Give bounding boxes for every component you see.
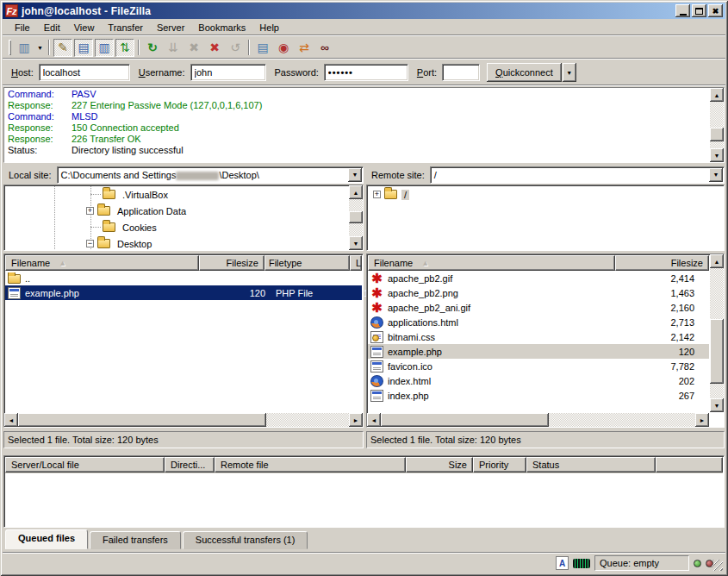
tree-item[interactable]: .VirtualBox: [5, 186, 362, 203]
column-header-direction[interactable]: Directi...: [165, 457, 215, 473]
site-manager-icon[interactable]: ▥: [15, 39, 34, 57]
column-header-filename[interactable]: Filename▲: [5, 255, 199, 271]
file-row[interactable]: index.php267: [368, 388, 709, 403]
tab-failed-transfers[interactable]: Failed transfers: [90, 531, 181, 549]
port-input[interactable]: [442, 64, 480, 81]
file-row[interactable]: favicon.ico7,782: [368, 359, 709, 373]
password-input[interactable]: [324, 64, 408, 81]
speed-limit-icon[interactable]: [573, 559, 590, 568]
tree-item[interactable]: + /: [368, 186, 723, 203]
scroll-up-icon[interactable]: ▲: [710, 254, 724, 268]
chevron-down-icon[interactable]: ▼: [709, 168, 723, 182]
tab-queued-files[interactable]: Queued files: [5, 529, 88, 549]
resize-grip[interactable]: [712, 560, 723, 571]
port-label: Port:: [417, 67, 437, 78]
column-header-priority[interactable]: Priority: [473, 457, 526, 473]
column-header-remote-file[interactable]: Remote file: [215, 457, 406, 473]
file-size: 2,713: [615, 317, 701, 328]
tree-item[interactable]: − Desktop: [5, 235, 362, 249]
column-header-filetype[interactable]: Filetype: [264, 255, 350, 271]
find-files-icon[interactable]: ∞: [315, 39, 334, 57]
log-line: Command:PASV: [8, 89, 710, 100]
column-header-server-local-file[interactable]: Server/Local file: [5, 457, 165, 473]
toggle-message-log-icon[interactable]: ✎: [53, 39, 72, 57]
local-site-combo[interactable]: C:\Documents and Settings\Desktop\ ▼: [57, 166, 364, 184]
expand-icon[interactable]: +: [86, 207, 94, 215]
file-row[interactable]: apache_pb2_ani.gif2,160: [368, 300, 709, 315]
file-row[interactable]: bitnami.css2,142: [368, 329, 709, 344]
remote-list-vscrollbar[interactable]: ▲ ▼: [710, 254, 724, 412]
column-header-last-modified[interactable]: L: [350, 255, 362, 271]
php-file-icon: [8, 287, 21, 299]
remote-list-hscrollbar[interactable]: ◄ ►: [367, 413, 709, 427]
toggle-local-tree-icon[interactable]: ▤: [74, 39, 93, 57]
toggle-remote-tree-icon[interactable]: ▥: [95, 39, 114, 57]
username-input[interactable]: [190, 64, 266, 81]
file-row[interactable]: applications.html2,713: [368, 315, 709, 329]
data-type-ascii-icon[interactable]: A: [556, 556, 569, 570]
file-row-selected[interactable]: example.php120: [368, 344, 709, 359]
chevron-down-icon[interactable]: ▼: [348, 168, 362, 182]
maximize-button[interactable]: [692, 4, 706, 17]
scrollbar-thumb[interactable]: [349, 211, 363, 223]
menu-bookmarks[interactable]: Bookmarks: [191, 21, 252, 34]
synchronized-browsing-icon[interactable]: ⇄: [295, 39, 314, 57]
quickconnect-button[interactable]: Quickconnect: [487, 63, 562, 82]
file-row[interactable]: apache_pb2.gif2,414: [368, 271, 709, 285]
remote-selection-status: Selected 1 file. Total size: 120 bytes: [366, 431, 725, 448]
scroll-down-icon[interactable]: ▼: [710, 398, 724, 412]
remote-site-combo[interactable]: / ▼: [430, 166, 725, 184]
menu-server[interactable]: Server: [150, 21, 191, 34]
file-row-selected[interactable]: example.php 120 PHP File 1: [5, 285, 362, 300]
scrollbar-thumb[interactable]: [710, 319, 724, 384]
column-header-filename[interactable]: Filename▲: [368, 255, 615, 271]
filezilla-window: Fz john@localhost - FileZilla ✖ File Edi…: [0, 0, 728, 576]
scroll-left-icon[interactable]: ◄: [4, 413, 18, 427]
scroll-up-icon[interactable]: ▲: [710, 88, 724, 102]
scroll-down-icon[interactable]: ▼: [710, 148, 724, 162]
refresh-icon[interactable]: ↻: [143, 39, 162, 57]
scroll-right-icon[interactable]: ►: [349, 413, 363, 427]
menu-file[interactable]: File: [8, 21, 37, 34]
directory-listing-filters-icon[interactable]: ▤: [253, 39, 272, 57]
tree-item-label: /: [401, 190, 409, 200]
scrollbar-thumb[interactable]: [18, 413, 266, 427]
column-header-spacer: [656, 457, 723, 473]
menu-edit[interactable]: Edit: [37, 21, 67, 34]
column-header-filesize[interactable]: Filesize: [615, 255, 709, 271]
tab-successful-transfers[interactable]: Successful transfers (1): [183, 531, 308, 549]
collapse-icon[interactable]: −: [86, 240, 94, 247]
scrollbar-thumb[interactable]: [381, 413, 549, 427]
file-size: 202: [615, 376, 701, 386]
file-row[interactable]: apache_pb2.png1,463: [368, 285, 709, 300]
title-bar[interactable]: Fz john@localhost - FileZilla ✖: [3, 3, 725, 19]
scroll-right-icon[interactable]: ►: [695, 413, 709, 427]
directory-comparison-icon[interactable]: ◉: [274, 39, 293, 57]
tree-item[interactable]: Cookies: [5, 219, 362, 235]
column-header-filesize[interactable]: Filesize: [199, 255, 264, 271]
scroll-up-icon[interactable]: ▲: [349, 185, 363, 199]
scroll-down-icon[interactable]: ▼: [349, 236, 363, 250]
local-tree-scrollbar[interactable]: ▲ ▼: [349, 185, 363, 250]
expand-icon[interactable]: +: [373, 191, 381, 198]
site-manager-dropdown-icon[interactable]: ▼: [34, 39, 46, 57]
menu-transfer[interactable]: Transfer: [101, 21, 150, 34]
menu-view[interactable]: View: [67, 21, 102, 34]
file-row[interactable]: index.html202: [368, 373, 709, 388]
quickconnect-bar: Host: Username: Password: Port: Quickcon…: [3, 60, 725, 85]
file-row[interactable]: ..: [5, 271, 362, 285]
tree-item[interactable]: + Application Data: [5, 203, 362, 219]
minimize-button[interactable]: [675, 4, 690, 17]
quickconnect-dropdown-icon[interactable]: ▼: [563, 63, 576, 82]
local-list-hscrollbar[interactable]: ◄ ►: [4, 413, 363, 427]
column-header-status[interactable]: Status: [526, 457, 656, 473]
disconnect-icon[interactable]: ✖: [205, 39, 224, 57]
host-input[interactable]: [39, 64, 130, 81]
scroll-left-icon[interactable]: ◄: [367, 413, 381, 427]
scrollbar-thumb[interactable]: [710, 128, 724, 141]
toggle-transfer-queue-icon[interactable]: ⇅: [115, 39, 134, 57]
column-header-size[interactable]: Size: [406, 457, 473, 473]
menu-help[interactable]: Help: [252, 21, 286, 34]
close-button[interactable]: ✖: [708, 4, 723, 17]
log-scrollbar[interactable]: ▲ ▼: [710, 88, 724, 162]
